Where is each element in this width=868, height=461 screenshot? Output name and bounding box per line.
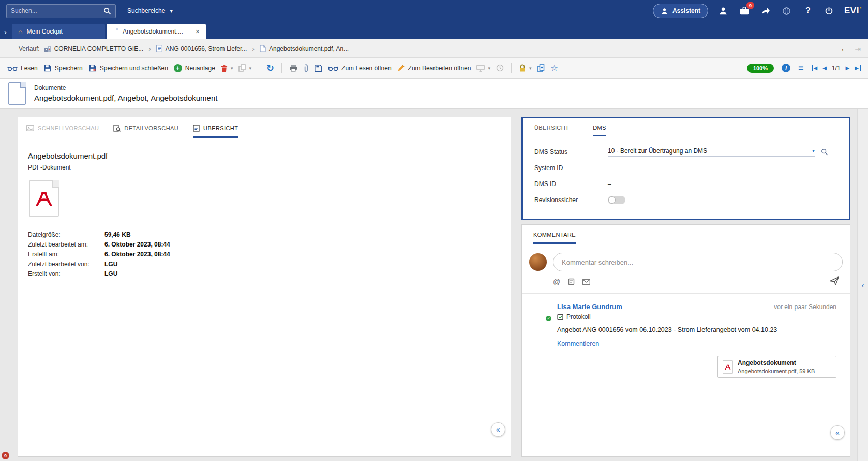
tab-detailvorschau[interactable]: DETAILVORSCHAU bbox=[113, 125, 178, 138]
breadcrumb-customer[interactable]: CORNELIA COMPLETTO GIE... bbox=[44, 45, 143, 52]
dms-id-row: DMS ID – bbox=[534, 176, 849, 192]
open-read-label: Zum Lesen öffnen bbox=[341, 65, 392, 72]
preview-panel: SCHNELLVORSCHAU DETAILVORSCHAU ÜBERSICHT… bbox=[18, 117, 511, 457]
glasses-icon bbox=[328, 65, 338, 71]
comment-entry: ✓ Lisa Marie Gundrum vor ein paar Sekund… bbox=[522, 294, 850, 378]
tab-expander-icon[interactable]: › bbox=[4, 27, 7, 36]
open-edit-label: Zum Bearbeiten öffnen bbox=[408, 65, 471, 72]
chevron-down-icon[interactable]: ▾ bbox=[812, 148, 815, 153]
toolbar-separator bbox=[511, 63, 512, 73]
pencil-icon bbox=[397, 64, 405, 72]
search-input[interactable] bbox=[11, 7, 103, 14]
comment-input[interactable] bbox=[553, 253, 843, 271]
meta-label: Erstellt von: bbox=[28, 269, 104, 279]
meta-value: 6. Oktober 2023, 08:44 bbox=[104, 240, 170, 250]
add-document-button[interactable] bbox=[537, 64, 545, 72]
meta-row: Zuletzt bearbeitet von: LGU bbox=[28, 259, 511, 269]
meta-row: Erstellt von: LGU bbox=[28, 269, 511, 279]
menu-icon[interactable]: ≡ bbox=[798, 63, 804, 73]
tab-kommentare[interactable]: KOMMENTARE bbox=[533, 232, 576, 244]
send-button[interactable] bbox=[830, 276, 840, 287]
history-button[interactable] bbox=[496, 64, 504, 72]
comment-author-link[interactable]: Lisa Marie Gundrum bbox=[557, 303, 622, 311]
open-read-button[interactable]: Zum Lesen öffnen bbox=[328, 65, 392, 72]
print-button[interactable] bbox=[289, 64, 297, 72]
mailbox-button[interactable]: 9 bbox=[738, 5, 751, 17]
global-search[interactable] bbox=[6, 4, 116, 18]
forward-icon[interactable]: ⇥ bbox=[855, 44, 861, 53]
system-id-row: System ID – bbox=[534, 160, 849, 176]
search-areas-dropdown[interactable]: Suchbereiche ▾ bbox=[127, 7, 173, 14]
save-close-button[interactable]: Speichern und schließen bbox=[88, 64, 168, 72]
screen-icon bbox=[476, 65, 485, 72]
breadcrumb-document[interactable]: Angebotsdokument.pdf, An... bbox=[260, 45, 349, 52]
open-edit-button[interactable]: Zum Bearbeiten öffnen bbox=[397, 64, 471, 72]
lock-button[interactable]: ▾ bbox=[519, 64, 532, 72]
save-as-button[interactable] bbox=[314, 64, 322, 72]
chevron-down-icon[interactable]: ▾ bbox=[488, 66, 490, 71]
user-button[interactable] bbox=[717, 5, 729, 17]
mail-icon[interactable] bbox=[582, 279, 590, 285]
favorite-button[interactable]: ☆ bbox=[551, 63, 558, 73]
assistant-button[interactable]: Assistent bbox=[653, 4, 708, 18]
dms-tabs: ÜBERSICHT DMS bbox=[523, 118, 849, 136]
tab-uebersicht[interactable]: ÜBERSICHT bbox=[193, 125, 238, 138]
right-sidebar-strip: ‹ bbox=[857, 109, 868, 461]
tab-dms[interactable]: DMS bbox=[593, 125, 606, 136]
help-button[interactable]: ? bbox=[802, 5, 814, 17]
chevron-down-icon[interactable]: ▾ bbox=[249, 66, 251, 71]
tab-angebotsdokument[interactable]: Angebotsdokument.... × bbox=[107, 24, 206, 39]
breadcrumb-order[interactable]: ANG 0001656, Strom Liefer... bbox=[156, 45, 247, 52]
field-label: System ID bbox=[534, 164, 608, 172]
share-button[interactable] bbox=[759, 5, 772, 17]
read-button[interactable]: Lesen bbox=[7, 65, 38, 72]
screen-button[interactable]: ▾ bbox=[476, 65, 490, 72]
save-icon bbox=[43, 64, 52, 72]
brand-mark: ’ bbox=[860, 6, 862, 13]
session-badge[interactable]: 9 bbox=[2, 452, 9, 459]
breadcrumb-document-label: Angebotsdokument.pdf, An... bbox=[269, 45, 349, 52]
lookup-icon[interactable] bbox=[821, 148, 828, 156]
mention-icon[interactable]: @ bbox=[553, 278, 560, 286]
expand-sidebar-icon[interactable]: ‹ bbox=[862, 281, 864, 289]
attach-button[interactable] bbox=[303, 64, 308, 72]
attachment-card[interactable]: Angebotsdokument Angebotsdokument.pdf, 5… bbox=[717, 356, 836, 378]
collapse-panel-button[interactable]: « bbox=[830, 425, 845, 440]
refresh-icon: ↻ bbox=[266, 64, 274, 73]
copy-button[interactable]: ▾ bbox=[238, 64, 251, 72]
chevron-down-icon[interactable]: ▾ bbox=[231, 66, 233, 71]
reply-link[interactable]: Kommentieren bbox=[557, 340, 843, 347]
zoom-badge[interactable]: 100% bbox=[747, 64, 774, 73]
previous-record-icon[interactable]: ◀ bbox=[822, 65, 827, 71]
close-icon[interactable]: × bbox=[196, 27, 200, 36]
chevron-down-icon[interactable]: ▾ bbox=[529, 66, 532, 71]
revisionssicher-toggle[interactable] bbox=[608, 196, 625, 204]
collapse-panel-button[interactable]: « bbox=[491, 422, 505, 437]
star-icon: ☆ bbox=[551, 63, 558, 73]
page-title: Angebotsdokument.pdf, Angebot, Angebotsd… bbox=[34, 94, 217, 102]
globe-button[interactable] bbox=[781, 5, 793, 17]
meta-row: Dateigröße: 59,46 KB bbox=[28, 230, 511, 240]
task-icon[interactable] bbox=[568, 278, 575, 285]
brand-text: EVI bbox=[844, 6, 859, 16]
save-button[interactable]: Speichern bbox=[43, 64, 83, 72]
dms-status-field: 10 - Bereit zur Übertragung an DMS ▾ bbox=[608, 147, 849, 157]
last-record-icon[interactable]: ▶ bbox=[855, 65, 861, 71]
next-record-icon[interactable]: ▶ bbox=[846, 65, 850, 71]
delete-button[interactable]: ▾ bbox=[221, 64, 233, 72]
first-record-icon[interactable]: ◀ bbox=[812, 65, 818, 71]
meta-value: 59,46 KB bbox=[104, 230, 131, 240]
adobe-mark-icon bbox=[35, 191, 53, 206]
dms-status-combobox[interactable]: 10 - Bereit zur Übertragung an DMS ▾ bbox=[608, 147, 815, 157]
info-icon[interactable]: i bbox=[782, 64, 790, 72]
tab-mein-cockpit[interactable]: ⌂ Mein Cockpit bbox=[12, 24, 105, 39]
back-icon[interactable]: ← bbox=[840, 44, 848, 53]
comment-type-label: Protokoll bbox=[566, 313, 591, 320]
topbar-actions: Assistent 9 ? EVI ’ bbox=[653, 4, 862, 18]
new-button[interactable]: + Neuanlage bbox=[174, 64, 215, 72]
record-position: 1/1 bbox=[832, 65, 841, 72]
tab-uebersicht-dms-panel[interactable]: ÜBERSICHT bbox=[534, 125, 569, 136]
logout-button[interactable] bbox=[823, 5, 835, 17]
refresh-button[interactable]: ↻ bbox=[266, 64, 274, 73]
meta-row: Zuletzt bearbeitet am: 6. Oktober 2023, … bbox=[28, 240, 511, 250]
